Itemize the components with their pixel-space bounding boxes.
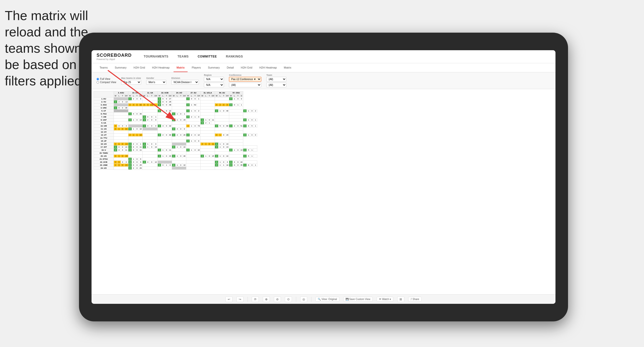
radio-compact-view[interactable]: Compact View bbox=[97, 81, 116, 84]
table-row: 1. AU 1200 20027 2001 0100 bbox=[94, 97, 257, 100]
col-header-uo: 24. UO bbox=[172, 91, 186, 94]
tab-players[interactable]: Players bbox=[189, 63, 204, 72]
filter-bar: Full View Compact View Max teams in view… bbox=[92, 72, 555, 89]
col-header-uw: 10. UW bbox=[128, 91, 142, 94]
zoom-in-button[interactable]: ⊕ bbox=[263, 297, 270, 302]
table-row: 17. GIT 10010 10011 11013 01010 01013 bbox=[94, 146, 257, 149]
save-custom-view-button[interactable]: 💾 Save Custom View bbox=[343, 297, 373, 302]
share-options-icon: ⊞ bbox=[399, 298, 402, 301]
col-header-osu: 57. OSU bbox=[229, 91, 243, 94]
table-row: 13. UT 21122 02030 12026 22012 01015 010… bbox=[94, 134, 257, 137]
share-button[interactable]: ⤴ Share bbox=[408, 297, 421, 302]
region-select2[interactable]: N/A bbox=[204, 83, 224, 87]
tab-teams[interactable]: Teams bbox=[97, 63, 111, 72]
table-row: 11. UA 01010 01018 3400 bbox=[94, 128, 257, 131]
table-row: 16. UO 210-14 1201 1100 21011 11013 bbox=[94, 143, 257, 146]
table-row: 24. UO 02029 bbox=[94, 167, 257, 170]
nav-teams[interactable]: TEAMS bbox=[173, 50, 193, 63]
logo-sub: Powered by clippd bbox=[97, 58, 132, 61]
watch-button[interactable]: 👁 Watch ▾ bbox=[377, 297, 393, 302]
filter-team: Team (All) (All) bbox=[266, 74, 286, 87]
sub-nav: Teams Summary H2H Grid H2H Heatmap Matri… bbox=[92, 63, 555, 72]
tab-detail[interactable]: Detail bbox=[224, 63, 237, 72]
view-original-button[interactable]: 🔍 View: Original bbox=[315, 297, 339, 302]
top-nav: SCOREBOARD Powered by clippd TOURNAMENTS… bbox=[92, 50, 555, 63]
region-select[interactable]: N/A bbox=[204, 77, 224, 82]
col-header-ua: 11. UA bbox=[142, 91, 158, 94]
team-select[interactable]: (All) bbox=[266, 77, 286, 82]
tab-h2h-heatmap2[interactable]: H2H Heatmap bbox=[256, 63, 280, 72]
refresh-button[interactable]: ⟳ bbox=[252, 297, 259, 302]
filter-gender: Gender Men's Women's bbox=[146, 77, 166, 85]
tab-h2h-grid1[interactable]: H2H Grid bbox=[130, 63, 148, 72]
view-original-label: 🔍 View: Original bbox=[318, 298, 337, 301]
toolbar-separator3 bbox=[311, 297, 311, 302]
timer-icon: ◎ bbox=[302, 298, 305, 301]
team-select2[interactable]: (All) bbox=[266, 83, 286, 87]
filter-region: Region N/A N/A bbox=[204, 74, 224, 87]
tab-summary2[interactable]: Summary bbox=[205, 63, 223, 72]
nav-rankings[interactable]: RANKINGS bbox=[221, 50, 248, 63]
undo-icon: ↩ bbox=[228, 298, 230, 301]
table-row: 8. UAF 01014 1200 01015 11011 0101 bbox=[94, 119, 257, 122]
filter-max-teams: Max teams in view Top 25 Top 50 bbox=[121, 77, 141, 85]
table-row: 22. UCB 0000 1303 04012 0103 04044 bbox=[94, 161, 257, 164]
tablet-frame: SCOREBOARD Powered by clippd TOURNAMENTS… bbox=[79, 33, 568, 321]
gender-select[interactable]: Men's Women's bbox=[146, 80, 166, 85]
table-row: 4. UNC 10036 bbox=[94, 106, 257, 109]
zoom-in-icon: ⊕ bbox=[265, 298, 268, 301]
timer-button[interactable]: ◎ bbox=[300, 297, 307, 302]
table-row: 5. UT 01022 1102 11040 0102 bbox=[94, 109, 257, 112]
nav-links: TOURNAMENTS TEAMS COMMITTEE RANKINGS bbox=[139, 50, 248, 63]
table-row: 9. UA 021 bbox=[94, 122, 257, 125]
table-row: 12. UV bbox=[94, 131, 257, 134]
table-row: 19. TAMU bbox=[94, 152, 257, 155]
tab-h2h-grid2[interactable]: H2H Grid bbox=[238, 63, 255, 72]
tablet-screen: SCOREBOARD Powered by clippd TOURNAMENTS… bbox=[92, 50, 555, 304]
table-row: 18. U 20011 10011 11011 01010 01013 151 bbox=[94, 149, 257, 152]
radio-full-view[interactable]: Full View bbox=[97, 78, 116, 80]
table-row: 15. UF 0100 bbox=[94, 140, 257, 143]
redo-icon: ↪ bbox=[239, 298, 241, 301]
table-row: 10. UW 4004 1300 13032 41073 25066 12051… bbox=[94, 125, 257, 128]
fit-button[interactable]: ⊘ bbox=[274, 297, 281, 302]
table-row: 7. UM 1001 0210 bbox=[94, 115, 257, 119]
bottom-toolbar: ↩ ↪ ⟳ ⊕ ⊘ ⊙ ◎ 🔍 View: Or bbox=[92, 294, 555, 304]
table-row: 3. ASU 04080 50120 20048 0152 0200 3011 bbox=[94, 103, 257, 106]
redo-button[interactable]: ↪ bbox=[236, 297, 244, 302]
conference-select[interactable]: Pac-12 Conference ▼ bbox=[229, 77, 261, 82]
zoom-out-button[interactable]: ⊙ bbox=[285, 297, 292, 302]
refresh-icon: ⟳ bbox=[254, 298, 257, 301]
col-header-asu: 3. ASU bbox=[114, 91, 128, 94]
table-row: 21. ETSU 0109 bbox=[94, 158, 257, 161]
view-toggle: Full View Compact View bbox=[97, 78, 116, 84]
filter-conference: Conference Pac-12 Conference ▼ (All) bbox=[229, 74, 261, 87]
toolbar-separator2 bbox=[296, 297, 296, 302]
division-select[interactable]: NCAA Division I bbox=[171, 80, 199, 85]
table-row: 23. UNM 200-21 20025 0010 81010 01118 00… bbox=[94, 164, 257, 167]
col-header-ucla: 31. UCLA bbox=[201, 91, 215, 94]
undo-button[interactable]: ↩ bbox=[225, 297, 232, 302]
max-teams-select[interactable]: Top 25 Top 50 bbox=[121, 80, 141, 85]
save-custom-view-label: 💾 Save Custom View bbox=[346, 298, 370, 301]
corner-header bbox=[94, 91, 114, 97]
tab-summary1[interactable]: Summary bbox=[112, 63, 129, 72]
matrix-table: 3. ASU 10. UW 11. UA 22. UCB 24. UO 27. … bbox=[94, 91, 257, 170]
tab-matrix1[interactable]: Matrix bbox=[174, 63, 188, 72]
nav-tournaments[interactable]: TOURNAMENTS bbox=[139, 50, 173, 63]
tab-matrix2[interactable]: Matrix bbox=[281, 63, 294, 72]
table-row: 20. UG 010-34 01023 11040 01015 01010 15… bbox=[94, 155, 257, 158]
share-options-button[interactable]: ⊞ bbox=[397, 297, 404, 302]
col-header-ucb: 22. UCB bbox=[158, 91, 172, 94]
table-row: 6. FSU 14035 1101 bbox=[94, 112, 257, 115]
table-row: 14. TTU bbox=[94, 137, 257, 140]
table-row: 2. VU 120-12 20025 bbox=[94, 100, 257, 103]
zoom-out-icon: ⊙ bbox=[287, 298, 290, 301]
conference-select2[interactable]: (All) bbox=[229, 83, 261, 87]
fit-icon: ⊘ bbox=[276, 298, 279, 301]
filter-division: Division NCAA Division I bbox=[171, 77, 199, 85]
logo-area: SCOREBOARD Powered by clippd bbox=[97, 53, 132, 61]
matrix-content[interactable]: 3. ASU 10. UW 11. UA 22. UCB 24. UO 27. … bbox=[92, 89, 555, 294]
tab-h2h-heatmap1[interactable]: H2H Heatmap bbox=[149, 63, 173, 72]
nav-committee[interactable]: COMMITTEE bbox=[193, 50, 221, 63]
